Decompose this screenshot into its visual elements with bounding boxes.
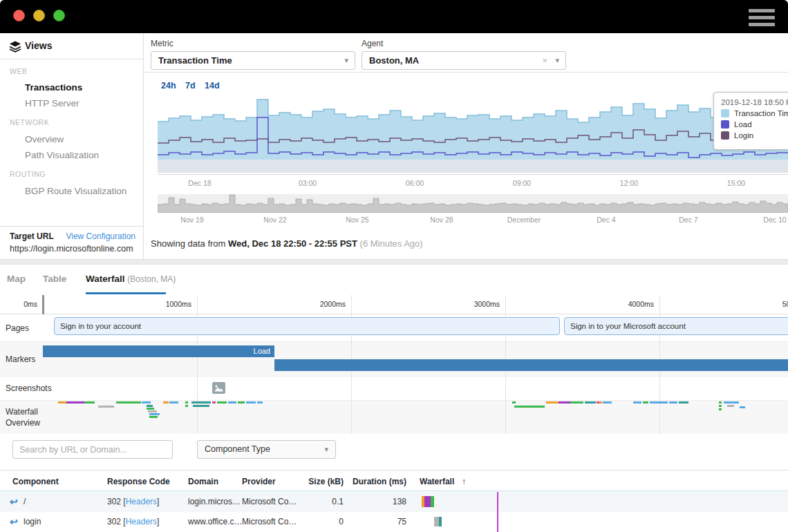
request-segment <box>185 405 188 407</box>
waterfall-mini-bars <box>434 517 442 526</box>
search-input[interactable] <box>12 440 173 459</box>
col-provider[interactable]: Provider <box>242 477 276 486</box>
sort-ascending-icon[interactable]: ↑ <box>462 477 466 486</box>
request-segment <box>193 405 209 407</box>
request-segment <box>719 405 722 407</box>
legend-swatch <box>721 131 729 140</box>
component-cell[interactable]: login <box>24 517 41 526</box>
timeline-gridline <box>42 295 44 314</box>
filters-header: Metric Transaction Time ▾ Agent Boston, … <box>144 33 788 73</box>
legend-item-transaction-time: Transaction Time <box>721 109 788 117</box>
response-code-cell: 302 [Headers] <box>107 497 159 506</box>
col-size[interactable]: Size (kB) <box>299 477 344 486</box>
marker-bar-2[interactable] <box>274 359 788 371</box>
request-segment <box>559 401 570 403</box>
request-segment <box>740 406 745 408</box>
time-axis-label: 4000ms <box>596 300 654 308</box>
size-cell: 0.1 <box>299 497 344 506</box>
request-segment <box>148 410 157 412</box>
metric-value: Transaction Time <box>158 55 232 66</box>
tab-map[interactable]: Map <box>7 274 26 284</box>
hamburger-menu-icon[interactable] <box>749 9 775 26</box>
domain-cell: www.office.c… <box>188 517 242 526</box>
overview-x-axis: Nov 19Nov 22Nov 25Nov 28DecemberDec 4Dec… <box>0 216 788 225</box>
component-cell[interactable]: / <box>24 497 26 506</box>
axis-tick: Dec 18 <box>188 179 211 187</box>
tab-waterfall[interactable]: Waterfall (Boston, MA) <box>86 274 176 284</box>
view-configuration-link[interactable]: View Configuration <box>66 231 135 241</box>
axis-tick: 09:00 <box>513 179 531 187</box>
axis-tick: Dec 10 <box>763 216 786 224</box>
response-code-cell: 302 [Headers] <box>107 517 159 526</box>
request-segment <box>546 401 559 403</box>
sidebar-item-http-server[interactable]: HTTP Server <box>25 98 79 108</box>
page-bar-sign-in-microsoft[interactable]: Sign in to your Microsoft account <box>564 317 788 335</box>
overview-canvas <box>158 194 788 213</box>
request-segment <box>147 405 153 407</box>
headers-link[interactable]: Headers <box>126 497 157 506</box>
range-24h[interactable]: 24h <box>161 81 176 91</box>
titlebar <box>0 0 788 33</box>
col-domain[interactable]: Domain <box>188 477 218 486</box>
request-segment <box>633 401 641 403</box>
table-row[interactable]: ↩ / 302 [Headers] login.micros… Microsof… <box>0 492 788 512</box>
request-segment <box>585 401 596 403</box>
section-divider <box>0 259 788 265</box>
legend-item-login: Login <box>721 131 788 140</box>
col-waterfall[interactable]: Waterfall <box>420 477 454 486</box>
waterfall-overview-row-label: Waterfall Overview <box>6 406 47 428</box>
request-segment <box>719 408 722 410</box>
component-type-select[interactable]: Component Type ▾ <box>197 440 336 459</box>
request-segment <box>163 401 169 403</box>
range-14d[interactable]: 14d <box>205 81 220 91</box>
metric-select[interactable]: Transaction Time ▾ <box>151 51 355 70</box>
close-button[interactable] <box>13 10 25 21</box>
status-ago: (6 Minutes Ago) <box>357 238 423 249</box>
request-segment <box>217 401 227 403</box>
request-segment <box>643 401 648 403</box>
duration-cell: 75 <box>348 517 406 526</box>
clear-icon[interactable]: × <box>542 52 547 69</box>
sidebar-item-path-visualization[interactable]: Path Visualization <box>25 150 99 160</box>
main-chart-x-axis: Dec 1803:0006:0009:0012:0015:00 <box>0 179 788 189</box>
tab-table[interactable]: Table <box>43 274 66 284</box>
request-segment <box>149 413 160 415</box>
timeline-overview-brush[interactable] <box>158 194 788 213</box>
status-line: Showing data from Wed, Dec 18 22:50 - 22… <box>151 238 423 249</box>
waterfall-mini-bars <box>422 496 434 507</box>
screenshot-thumbnail-icon[interactable] <box>212 382 225 394</box>
col-response-code[interactable]: Response Code <box>107 477 170 486</box>
request-segment <box>512 401 516 403</box>
request-segment <box>191 401 211 403</box>
axis-tick: Nov 19 <box>180 216 203 224</box>
screenshots-row: Screenshots <box>0 377 788 401</box>
request-segment <box>116 401 141 403</box>
range-7d[interactable]: 7d <box>185 81 196 91</box>
sidebar-item-overview[interactable]: Overview <box>25 134 64 144</box>
page-bar-sign-in[interactable]: Sign in to your account <box>54 317 560 335</box>
col-duration[interactable]: Duration (ms) <box>348 477 406 486</box>
mini-bar <box>434 517 439 526</box>
chevron-down-icon: ▾ <box>324 441 328 458</box>
request-segment <box>66 401 84 403</box>
sidebar-item-transactions[interactable]: Transactions <box>25 82 82 93</box>
agent-value: Boston, MA <box>369 55 419 66</box>
component-type-value: Component Type <box>205 444 270 454</box>
agent-select[interactable]: Boston, MA × ▾ <box>362 51 566 70</box>
marker-bar-load[interactable]: Load <box>43 345 274 357</box>
request-segment <box>147 408 154 410</box>
request-segment <box>669 401 677 403</box>
request-segment <box>679 401 688 403</box>
component-filter-bar: Component Type ▾ <box>0 435 788 470</box>
request-segment <box>603 401 612 403</box>
table-row[interactable]: ↩ login 302 [Headers] www.office.c… Micr… <box>0 512 788 532</box>
target-url-value: https://login.microsoftonline.com <box>10 244 133 254</box>
metric-label: Metric <box>151 39 173 48</box>
zoom-button[interactable] <box>53 10 65 21</box>
minimize-button[interactable] <box>33 10 45 21</box>
markers-row: Markers Load <box>0 342 788 377</box>
headers-link[interactable]: Headers <box>126 517 157 526</box>
col-component[interactable]: Component <box>12 477 59 486</box>
request-segment <box>727 405 734 407</box>
axis-tick: Nov 28 <box>430 216 453 224</box>
